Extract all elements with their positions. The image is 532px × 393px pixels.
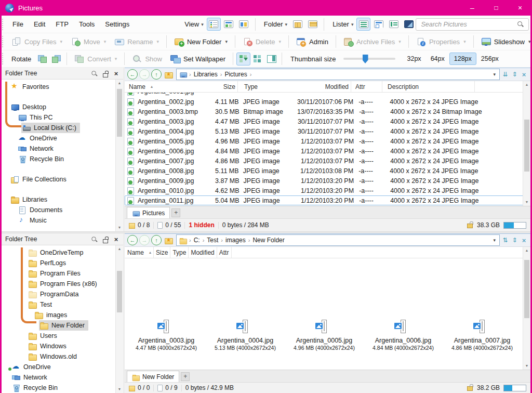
tree-item-onedrive[interactable]: OneDrive [2, 133, 123, 143]
table-row-argentina-0011-jpg[interactable]: Argentina_0011.jpg5.04 MBJPEG image1/12/… [125, 195, 530, 205]
folder-dual-horizontal-button[interactable] [290, 18, 304, 31]
table-row-argentina-0005-jpg[interactable]: Argentina_0005.jpg4.96 MBJPEG image1/12/… [125, 136, 530, 146]
tree-scrollbar[interactable]: ▲ ▼ [115, 245, 123, 393]
tree-item-file-collections[interactable]: File Collections [2, 174, 123, 185]
breadcrumb-images[interactable]: images [225, 237, 246, 244]
close-pane-icon[interactable]: × [520, 237, 528, 244]
menu-settings[interactable]: Settings [100, 16, 135, 33]
view-thumbnails-button[interactable] [222, 18, 236, 31]
tree-item-programdata[interactable]: ProgramData [2, 289, 123, 299]
breadcrumb[interactable]: ›Libraries›Pictures›▾ [176, 69, 500, 80]
size-128px-button[interactable]: 128px [449, 53, 476, 65]
tree-item-libraries[interactable]: Libraries [2, 194, 123, 205]
tree-item-windows-old[interactable]: Windows.old [2, 351, 123, 362]
lister-dual-horizontal-button[interactable] [356, 18, 370, 31]
search-input[interactable]: Search Pictures [416, 18, 529, 31]
toolbar-grip[interactable] [2, 19, 5, 30]
menu-edit[interactable]: Edit [29, 16, 50, 33]
thumbnail-pane-button[interactable] [264, 53, 278, 66]
table-row-argentina-0002-jpg[interactable]: Argentina_0002.jpg4.11 MBJPEG image30/11… [125, 97, 530, 107]
menu-ftp[interactable]: FTP [50, 16, 74, 33]
forward-button[interactable]: → [139, 235, 150, 245]
slideshow-button[interactable]: Slideshow▾ [477, 35, 532, 49]
back-button[interactable]: ← [127, 235, 138, 245]
up-button[interactable]: ↑ [151, 69, 162, 80]
new-folder-button[interactable]: New Folder▾ [170, 35, 232, 49]
tree-scrollbar[interactable]: ▲ ▼ [115, 80, 123, 231]
column-header-name[interactable]: Name▴ [125, 247, 154, 258]
admin-button[interactable]: Admin [292, 35, 332, 49]
forward-button[interactable]: → [139, 69, 150, 80]
thumbnail-argentina-0007-jpg[interactable]: Argentina_0007.jpg4.86 MB (4000x2672x24) [443, 258, 522, 351]
tree-item-onedrive[interactable]: OneDrive [2, 362, 123, 372]
table-row-argentina-0010-jpg[interactable]: Argentina_0010.jpg4.62 MBJPEG image1/12/… [125, 186, 530, 195]
tree-item-images[interactable]: images [2, 310, 123, 320]
table-row-argentina-0004-jpg[interactable]: Argentina_0004.jpg5.13 MBJPEG image30/11… [125, 126, 530, 136]
view-tiles-button[interactable] [237, 18, 251, 31]
tree-item-music[interactable]: Music [2, 215, 123, 226]
column-header-size[interactable]: Size [217, 81, 238, 92]
folder-dual-vertical-button[interactable] [305, 18, 320, 31]
slider-thumb-icon[interactable] [363, 55, 368, 63]
path-dropdown-icon[interactable]: ▾ [492, 238, 497, 243]
scrollbar-thumb[interactable] [117, 271, 122, 312]
tree-item-users[interactable]: Users [2, 331, 123, 341]
unlocked-icon[interactable] [467, 221, 473, 229]
tree-search-icon[interactable] [91, 70, 97, 76]
thumbnail-arrange-button[interactable] [250, 53, 264, 66]
tab-pictures[interactable]: Pictures [127, 207, 170, 218]
menu-view[interactable]: View▾ [180, 20, 205, 28]
scroll-up-icon[interactable]: ▲ [116, 80, 123, 87]
column-header-attr[interactable]: Attr [353, 81, 382, 92]
scrollbar-thumb[interactable] [524, 260, 529, 318]
table-row-argentina-0003-bmp[interactable]: Argentina_0003.bmp30.5 MBBitmap image13/… [125, 107, 530, 116]
column-header-attr[interactable]: Attr [217, 247, 232, 258]
tree-item-favorites[interactable]: Favorites [2, 82, 123, 92]
new-tab-button[interactable]: + [181, 372, 190, 381]
tree-close-icon[interactable]: × [113, 236, 119, 243]
column-header-description[interactable]: Description [385, 81, 475, 92]
tree-item-network[interactable]: Network [2, 372, 123, 383]
tree-item-recycle-bin[interactable]: Recycle Bin [2, 383, 123, 393]
menu-lister[interactable]: Lister▾ [328, 20, 355, 28]
thumbnail-argentina-0006-jpg[interactable]: Argentina_0006.jpg4.84 MB (4000x2672x24) [364, 258, 443, 351]
scroll-up-icon[interactable]: ▲ [116, 245, 123, 253]
tab-new-folder[interactable]: New Folder [127, 371, 179, 382]
toolbar-grip[interactable] [2, 53, 5, 64]
archive-files-button[interactable]: Archive Files▾ [339, 35, 405, 49]
table-row-argentina-0003-jpg[interactable]: Argentina_0003.jpg4.47 MBJPEG image30/11… [125, 116, 530, 126]
breadcrumb-pictures[interactable]: Pictures [224, 71, 247, 78]
thumbnail-argentina-0003-jpg[interactable]: Argentina_0003.jpg4.47 MB (4000x2672x24) [127, 258, 206, 351]
scrollbar-thumb[interactable] [117, 89, 122, 137]
table-row-argentina-0008-jpg[interactable]: Argentina_0008.jpg5.11 MBJPEG image1/12/… [125, 166, 530, 176]
list-scrollbar[interactable]: ▲ ▼ [523, 81, 530, 206]
column-header-modified[interactable]: Modified [288, 81, 351, 92]
breadcrumb-test[interactable]: Test [207, 237, 218, 244]
thumbs-scrollbar[interactable]: ▲ ▼ [523, 247, 530, 370]
close-button[interactable]: × [508, 0, 532, 16]
view-details-button[interactable] [207, 18, 221, 31]
rotate-left-button[interactable] [35, 53, 49, 66]
column-header-name[interactable]: Name▴ [125, 81, 217, 92]
expand-panes-icon[interactable]: ⇊ [501, 71, 509, 78]
tree-lock-icon[interactable] [102, 236, 109, 243]
tree-lock-icon[interactable] [102, 70, 109, 77]
thumbnail-argentina-0005-jpg[interactable]: Argentina_0005.jpg4.96 MB (4000x2672x24) [285, 258, 364, 351]
favorites-button[interactable] [163, 234, 175, 246]
thumbnail-argentina-0004-jpg[interactable]: Argentina_0004.jpg5.13 MB (4000x2672x24) [206, 258, 285, 351]
sort-panes-icon[interactable]: ⇕ [511, 237, 518, 244]
path-dropdown-icon[interactable]: ▾ [492, 72, 497, 77]
table-row-argentina-0009-jpg[interactable]: Argentina_0009.jpg3.87 MBJPEG image1/12/… [125, 176, 530, 186]
rename-button[interactable]: Rename▾ [110, 35, 163, 49]
move-button[interactable]: Move▾ [66, 35, 110, 49]
lister-dual-vertical-button[interactable] [371, 18, 385, 31]
copy-files-button[interactable]: Copy Files▾ [7, 35, 66, 49]
column-header-size[interactable]: Size [154, 247, 170, 258]
menu-file[interactable]: File [7, 16, 29, 33]
scroll-down-icon[interactable]: ▼ [523, 199, 530, 206]
size-32px-button[interactable]: 32px [403, 53, 426, 65]
tree-item-this-pc[interactable]: This PC [2, 112, 123, 123]
tree-item-local-disk-c[interactable]: Local Disk (C:) [2, 123, 123, 133]
thumbnail-sort-button[interactable] [236, 53, 250, 66]
up-button[interactable]: ↑ [151, 235, 162, 245]
